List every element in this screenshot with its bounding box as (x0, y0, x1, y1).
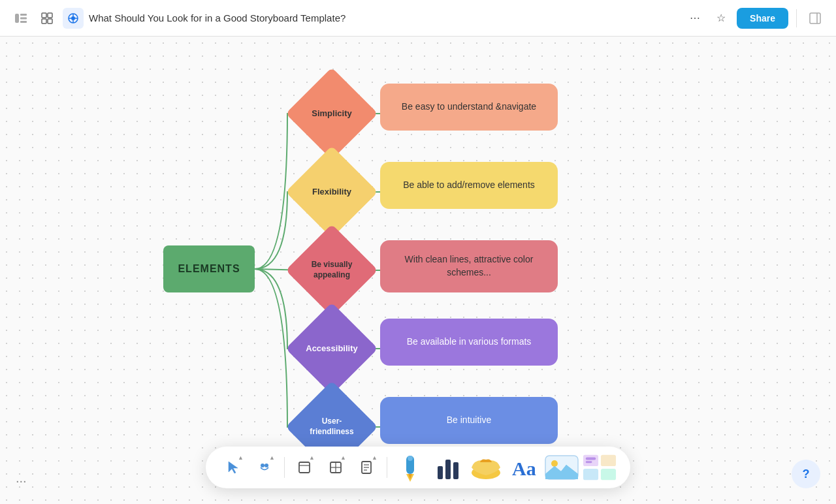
frame-tool-button[interactable]: ▲ (290, 453, 319, 482)
select-arrow-icon: ▲ (238, 454, 244, 461)
accessibility-info-box: Be available in various formats (380, 319, 558, 366)
svg-rect-41 (438, 466, 443, 479)
table-arrow-icon: ▲ (340, 454, 346, 461)
svg-point-26 (261, 464, 265, 467)
svg-rect-7 (48, 19, 52, 24)
canvas[interactable]: ELEMENTS Simplicity Flexibility Be visua… (0, 37, 836, 504)
svg-rect-53 (586, 458, 596, 460)
svg-rect-43 (453, 462, 458, 479)
note-tool-button[interactable]: ▲ (353, 453, 381, 482)
elements-center-box: ELEMENTS (163, 245, 255, 292)
svg-rect-1 (20, 14, 27, 16)
text-tool-item[interactable]: Aa (506, 450, 541, 485)
page-title: What Should You Look for in a Good Story… (89, 12, 679, 24)
header: What Should You Look for in a Good Story… (0, 0, 836, 37)
header-divider (796, 9, 797, 27)
userfriendly-info-box: Be intuitive (380, 397, 558, 444)
svg-rect-5 (48, 13, 52, 18)
shapes-tool-item[interactable] (468, 450, 504, 485)
svg-rect-52 (601, 469, 616, 480)
svg-rect-50 (583, 469, 598, 480)
svg-rect-28 (299, 462, 310, 473)
svg-point-27 (265, 464, 268, 467)
share-button[interactable]: Share (737, 8, 788, 29)
visually-desc: With clean lines, attractive color schem… (392, 253, 546, 279)
bookmark-icon: ☆ (716, 12, 726, 24)
more-options-button[interactable]: ⋯ (684, 8, 705, 29)
simplicity-desc: Be easy to understand &navigate (402, 101, 536, 114)
header-left (10, 8, 84, 29)
toolbar-divider-1 (284, 457, 285, 478)
simplicity-info-box: Be easy to understand &navigate (380, 84, 558, 131)
svg-rect-3 (20, 21, 27, 23)
visually-label: Be visuallyappealing (312, 260, 353, 280)
flexibility-label: Flexibility (312, 187, 351, 198)
bottom-toolbar: ▲ ▲ ▲ ▲ ▲ (206, 447, 630, 488)
userfriendly-desc: Be intuitive (447, 414, 491, 427)
mindmap: ELEMENTS Simplicity Flexibility Be visua… (124, 69, 647, 474)
svg-rect-54 (586, 461, 592, 463)
elements-label: ELEMENTS (178, 263, 240, 275)
image-tool-item[interactable] (544, 450, 579, 485)
svg-rect-49 (583, 455, 598, 466)
visually-diamond-container: Be visuallyappealing (293, 231, 371, 309)
diagram-view-button[interactable] (63, 8, 84, 29)
svg-rect-42 (445, 460, 451, 479)
svg-rect-0 (15, 14, 19, 23)
visually-info-box: With clean lines, attractive color schem… (380, 240, 558, 292)
help-button[interactable]: ? (792, 460, 820, 488)
select-tool-button[interactable]: ▲ (219, 453, 248, 482)
more-options-dots[interactable]: ··· (16, 473, 27, 488)
frame-arrow-icon: ▲ (309, 454, 315, 461)
pencil-tool-item[interactable] (393, 450, 428, 485)
chart-tool-item[interactable] (430, 450, 466, 485)
note-arrow-icon: ▲ (372, 454, 378, 461)
svg-rect-38 (408, 456, 413, 461)
flexibility-desc: Be able to add/remove elements (403, 179, 535, 192)
simplicity-diamond-container: Simplicity (293, 74, 371, 153)
svg-text:Aa: Aa (512, 458, 536, 479)
svg-rect-2 (20, 17, 27, 19)
flexibility-info-box: Be able to add/remove elements (380, 162, 558, 209)
help-icon: ? (803, 467, 810, 481)
svg-rect-51 (601, 455, 616, 466)
sidebar-toggle-button[interactable] (10, 8, 31, 29)
accessibility-desc: Be available in various formats (407, 336, 532, 349)
pen-arrow-icon: ▲ (269, 454, 275, 461)
flexibility-diamond-container: Flexibility (293, 153, 371, 231)
table-tool-button[interactable]: ▲ (321, 453, 350, 482)
svg-rect-14 (810, 13, 820, 24)
doc-view-button[interactable] (37, 8, 57, 29)
svg-rect-6 (42, 19, 46, 24)
accessibility-diamond-container: Accessibility (293, 309, 371, 388)
svg-point-48 (551, 460, 558, 467)
templates-tool-item[interactable] (582, 450, 617, 485)
simplicity-label: Simplicity (312, 108, 351, 119)
pen-tool-button[interactable]: ▲ (250, 453, 279, 482)
panel-toggle-button[interactable] (805, 8, 826, 29)
svg-rect-4 (42, 13, 46, 18)
bookmark-button[interactable]: ☆ (711, 8, 732, 29)
more-icon: ⋯ (690, 12, 700, 24)
toolbar-divider-2 (387, 457, 387, 478)
accessibility-label: Accessibility (306, 343, 358, 354)
header-actions: ⋯ ☆ Share (684, 8, 826, 29)
userfriendly-label: User-friendliness (310, 417, 353, 437)
svg-point-9 (71, 16, 75, 20)
